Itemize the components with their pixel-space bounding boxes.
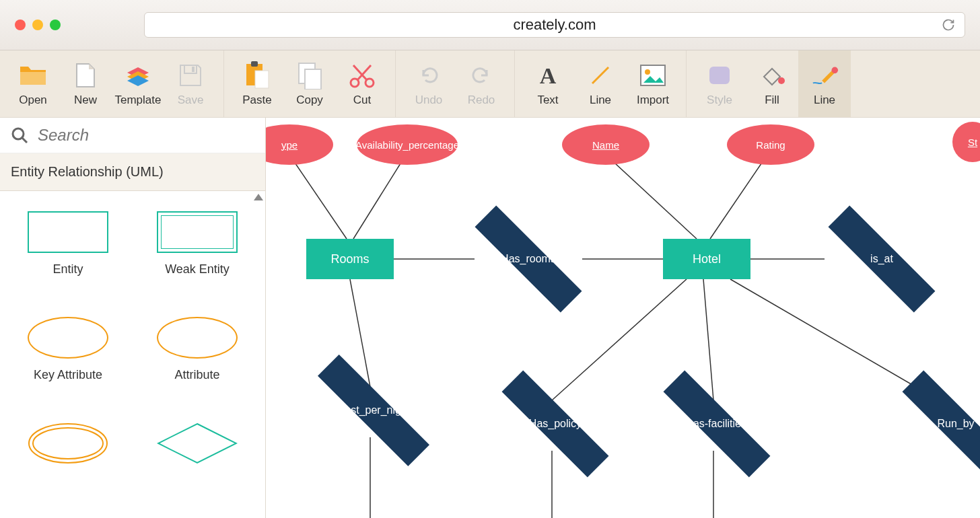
line-style-label: Line	[814, 94, 835, 107]
rel-has-policy[interactable]: Has_policy	[495, 397, 616, 451]
attr-st[interactable]: St	[952, 122, 980, 162]
shape-key-attribute[interactable]: Key Attribute	[7, 310, 129, 389]
style-label: Style	[707, 94, 732, 107]
address-bar-url: creately.com	[513, 16, 596, 34]
text-icon: A	[534, 61, 562, 89]
shape-relationship[interactable]	[136, 416, 258, 471]
svg-point-16	[778, 77, 785, 84]
copy-button[interactable]: Copy	[283, 50, 336, 117]
save-icon	[176, 61, 205, 89]
rel-is-at[interactable]: is_at	[821, 232, 942, 286]
layers-icon	[124, 61, 152, 89]
redo-icon	[467, 61, 495, 89]
text-label: Text	[537, 94, 558, 107]
rel-has-policy-label: Has_policy	[529, 418, 582, 430]
open-label: Open	[19, 94, 47, 107]
entity-hotel[interactable]: Hotel	[663, 239, 750, 279]
rel-has-facilities[interactable]: has-facilities	[656, 397, 777, 451]
undo-label: Undo	[415, 94, 443, 107]
window-controls	[15, 20, 61, 30]
text-button[interactable]: A Text	[522, 50, 574, 117]
diagram-canvas[interactable]: ype Availability_percentage Name Rating …	[266, 118, 980, 518]
redo-button[interactable]: Redo	[455, 50, 508, 117]
search-input[interactable]	[38, 126, 254, 145]
svg-rect-1	[192, 67, 195, 72]
search-row	[0, 118, 265, 153]
shape-weak-entity[interactable]: Weak Entity	[136, 205, 258, 283]
save-label: Save	[178, 94, 204, 107]
cut-button[interactable]: Cut	[336, 50, 388, 117]
shape-entity-label: Entity	[53, 262, 83, 276]
paste-button[interactable]: Paste	[231, 50, 283, 117]
entity-rooms[interactable]: Rooms	[306, 239, 394, 279]
line-icon	[586, 61, 615, 89]
svg-text:A: A	[540, 63, 557, 87]
connectors	[266, 118, 980, 518]
library-header[interactable]: Entity Relationship (UML)	[0, 153, 265, 191]
paint-bucket-icon	[758, 61, 786, 89]
rel-run-by[interactable]: Run_by	[895, 397, 980, 451]
clipboard-icon	[243, 61, 271, 89]
workspace: Entity Relationship (UML) Entity Weak En…	[0, 118, 980, 518]
weak-entity-shape-icon	[157, 211, 238, 253]
undo-button[interactable]: Undo	[403, 50, 455, 117]
save-button[interactable]: Save	[164, 50, 217, 117]
svg-line-31	[703, 279, 713, 400]
undo-icon	[415, 61, 443, 89]
fill-button[interactable]: Fill	[746, 50, 798, 117]
rel-is-at-label: is_at	[870, 253, 893, 265]
svg-line-24	[606, 155, 697, 239]
copy-icon	[295, 61, 324, 89]
scissors-icon	[348, 61, 376, 89]
svg-line-25	[710, 155, 767, 239]
svg-point-17	[832, 67, 839, 73]
shape-multivalued-attribute[interactable]	[7, 416, 129, 471]
shape-attribute-label: Attribute	[174, 368, 219, 382]
entity-hotel-label: Hotel	[693, 252, 721, 266]
shape-grid: Entity Weak Entity Key Attribute Attribu…	[0, 191, 265, 518]
library-title: Entity Relationship (UML)	[11, 164, 164, 180]
svg-line-12	[592, 67, 608, 83]
image-icon	[639, 61, 667, 89]
new-label: New	[74, 94, 97, 107]
attr-availability-label: Availability_percentage	[355, 139, 459, 151]
shape-weak-entity-label: Weak Entity	[165, 262, 230, 276]
search-icon	[11, 126, 28, 144]
svg-point-21	[33, 428, 103, 459]
attribute-shape-icon	[157, 317, 238, 359]
rel-has-rooms[interactable]: Has_rooms	[468, 232, 589, 286]
folder-icon	[19, 61, 47, 89]
attr-type[interactable]: ype	[266, 124, 333, 165]
shape-key-attribute-label: Key Attribute	[34, 368, 102, 382]
new-button[interactable]: New	[59, 50, 112, 117]
style-button[interactable]: Style	[693, 50, 746, 117]
address-bar[interactable]: creately.com	[144, 12, 965, 38]
scroll-up-icon[interactable]	[254, 194, 263, 200]
entity-rooms-label: Rooms	[330, 252, 369, 266]
shape-entity[interactable]: Entity	[7, 205, 129, 283]
line-draw-button[interactable]: Line	[574, 50, 627, 117]
close-window-button[interactable]	[15, 20, 26, 30]
open-button[interactable]: Open	[7, 50, 59, 117]
maximize-window-button[interactable]	[50, 20, 61, 30]
browser-chrome: creately.com	[0, 0, 980, 50]
reload-icon[interactable]	[942, 18, 955, 32]
template-label: Template	[115, 94, 162, 107]
svg-rect-6	[305, 69, 321, 89]
attr-availability[interactable]: Availability_percentage	[357, 124, 458, 165]
template-button[interactable]: Template	[112, 50, 164, 117]
shape-attribute[interactable]: Attribute	[136, 310, 258, 389]
minimize-window-button[interactable]	[32, 20, 43, 30]
attr-name-label: Name	[592, 139, 619, 151]
attr-rating[interactable]: Rating	[727, 124, 814, 165]
svg-line-22	[289, 155, 347, 239]
rel-has-facilities-label: has-facilities	[687, 418, 746, 430]
redo-label: Redo	[468, 94, 495, 107]
entity-shape-icon	[28, 211, 108, 253]
rel-cost-per-night[interactable]: Cost_per_night	[310, 383, 438, 437]
attr-name[interactable]: Name	[562, 124, 650, 165]
svg-point-20	[29, 424, 107, 463]
import-button[interactable]: Import	[627, 50, 679, 117]
toolbar: Open New Template Save Paste	[0, 50, 980, 118]
line-style-button[interactable]: Line	[798, 50, 851, 117]
